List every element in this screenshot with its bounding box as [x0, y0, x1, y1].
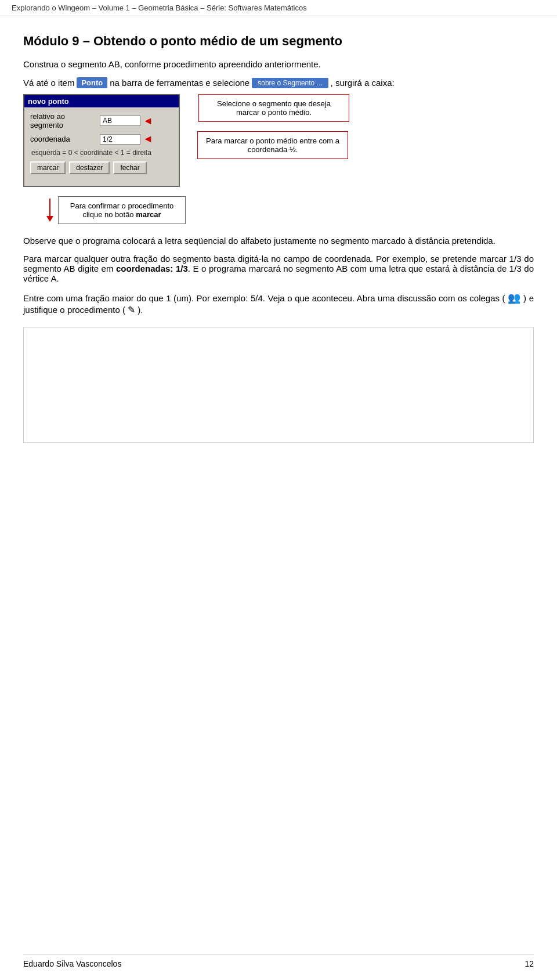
- page-number: 12: [525, 959, 534, 968]
- confirm-box: Para confirmar o procedimento clique no …: [58, 196, 186, 224]
- dialog-fechar-button[interactable]: fechar: [113, 161, 146, 174]
- dialog-box: novo ponto relativo ao segmento ◄ coorde…: [23, 94, 180, 187]
- header-title: Explorando o Wingeom – Volume 1 – Geomet…: [12, 3, 307, 12]
- dialog-row-coord: coordenada ◄: [30, 133, 173, 145]
- instruction-middle: na barra de ferramentas e selecione: [110, 78, 249, 88]
- footer: Eduardo Silva Vasconcelos 12: [23, 954, 534, 968]
- instruction-suffix: , surgirá a caixa:: [331, 78, 395, 88]
- dialog-input-segment[interactable]: [100, 116, 140, 126]
- dialog-desfazer-button[interactable]: desfazer: [69, 161, 110, 174]
- segmento-button[interactable]: sobre o Segmento ...: [252, 78, 328, 88]
- intro-text: Construa o segmento AB, conforme procedi…: [23, 59, 534, 69]
- dialog-title-bar: novo ponto: [24, 95, 179, 107]
- coords-bold: coordenadas: 1/3: [116, 264, 188, 273]
- dialog-title: novo ponto: [28, 97, 69, 106]
- diagram-area: novo ponto relativo ao segmento ◄ coorde…: [23, 94, 534, 187]
- callout2-text: Para marcar o ponto médio entre com a co…: [206, 136, 339, 154]
- paragraph3: Entre com uma fração maior do que 1 (um)…: [23, 291, 534, 315]
- footer-author: Eduardo Silva Vasconcelos: [23, 959, 121, 968]
- dialog-input-coord[interactable]: [100, 134, 140, 145]
- blank-work-area: [23, 327, 534, 443]
- dialog-constraint: esquerda = 0 < coordinate < 1 = direita: [30, 149, 173, 157]
- dialog-buttons: marcar desfazer fechar: [30, 161, 173, 174]
- header-bar: Explorando o Wingeom – Volume 1 – Geomet…: [0, 0, 557, 16]
- dialog-arrow-coord: ◄: [143, 133, 153, 145]
- instruction-line: Vá até o item Ponto na barra de ferramen…: [23, 77, 534, 88]
- paragraph2: Para marcar qualquer outra fração do seg…: [23, 254, 534, 283]
- callout-area: Selecione o segmento que deseja marcar o…: [197, 94, 534, 159]
- paragraph1: Observe que o programa colocará a letra …: [23, 236, 534, 246]
- callout1-text: Selecione o segmento que deseja marcar o…: [217, 99, 331, 117]
- dialog-body: relativo ao segmento ◄ coordenada ◄ esqu…: [24, 107, 179, 179]
- dialog-label-coord: coordenada: [30, 135, 100, 143]
- callout-box-2: Para marcar o ponto médio entre com a co…: [197, 131, 348, 159]
- pencil-icon: ✎: [128, 305, 135, 315]
- paragraph1-text: Observe que o programa colocará a letra …: [23, 236, 495, 246]
- dialog-arrow-segment: ◄: [143, 115, 153, 127]
- ponto-button[interactable]: Ponto: [77, 77, 107, 88]
- group-icon: 👥: [508, 292, 520, 304]
- page-title: Módulo 9 – Obtendo o ponto médio de um s…: [23, 34, 534, 49]
- confirm-bold: marcar: [136, 210, 161, 219]
- dialog-label-segment: relativo ao segmento: [30, 112, 100, 129]
- confirm-section: Para confirmar o procedimento clique no …: [46, 196, 534, 224]
- instruction-prefix: Vá até o item: [23, 78, 74, 88]
- dialog-marcar-button[interactable]: marcar: [30, 161, 66, 174]
- callout-box-1: Selecione o segmento que deseja marcar o…: [198, 94, 349, 122]
- dialog-row-segment: relativo ao segmento ◄: [30, 112, 173, 129]
- main-content: Módulo 9 – Obtendo o ponto médio de um s…: [0, 16, 557, 466]
- confirm-text: Para confirmar o procedimento clique no …: [70, 201, 173, 219]
